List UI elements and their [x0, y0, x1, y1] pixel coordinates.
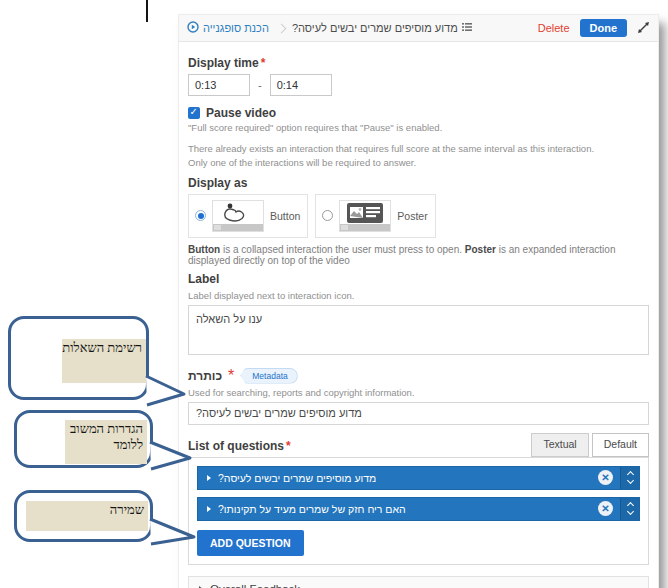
display-time-label: Display time* [188, 56, 649, 70]
callout-feedback-settings: הגדרות המשוב ללומד [14, 410, 153, 468]
question-order-controls[interactable] [620, 467, 639, 489]
poster-option-label: Poster [397, 210, 427, 222]
fullscore-warning: There already exists an interaction that… [188, 142, 649, 170]
header-done-button[interactable]: Done [580, 19, 628, 37]
display-as-description: Button is a collapsed interaction the us… [188, 244, 649, 266]
question-expand-header[interactable]: האם ריח חזק של שמרים מעיד על תקינותו? [198, 498, 598, 520]
label-field-help: Label displayed next to interaction icon… [188, 290, 649, 301]
caret-right-icon [207, 475, 211, 481]
callout-tail [144, 374, 188, 408]
dialog-header: הכנת סופגנייה מדוע מוסיפים שמרים יבשים ל… [179, 15, 658, 42]
radio-poster-unselected[interactable] [322, 210, 333, 221]
required-asterisk: * [261, 56, 266, 70]
display-as-option-poster[interactable]: Poster [315, 194, 435, 238]
display-as-label: Display as [188, 176, 649, 190]
expand-icon[interactable] [637, 21, 650, 36]
display-time-from-input[interactable] [188, 74, 250, 96]
callout-note: הגדרות המשוב ללומד [65, 420, 147, 464]
title-input[interactable] [188, 402, 649, 425]
question-item: מדוע מוסיפים שמרים יבשים לעיסה? ✕ [197, 466, 640, 490]
questions-label: List of questions* [188, 439, 291, 453]
radio-button-selected[interactable] [195, 210, 206, 221]
move-down-icon[interactable] [626, 477, 633, 484]
breadcrumb-separator-icon [276, 23, 286, 33]
question-set-icon [462, 22, 472, 34]
display-as-option-button[interactable]: Button [188, 194, 308, 238]
breadcrumb-root-link[interactable]: הכנת סופגנייה [187, 21, 269, 35]
callout-save: שמירה [14, 490, 153, 542]
interactive-video-icon [187, 21, 199, 35]
dialog-title: מדוע מוסיפים שמרים יבשים לעיסה? [292, 22, 458, 34]
required-asterisk: * [286, 439, 291, 453]
display-time-to-input[interactable] [270, 74, 332, 96]
tab-default[interactable]: Default [592, 433, 649, 457]
poster-option-thumbnail [339, 200, 391, 232]
title-field-label: כותרת [188, 369, 222, 383]
remove-question-icon[interactable]: ✕ [598, 501, 613, 516]
metadata-button[interactable]: Metadata [240, 368, 297, 384]
question-title: מדוע מוסיפים שמרים יבשים לעיסה? [218, 472, 376, 484]
button-option-thumbnail [212, 200, 264, 232]
stray-vertical-line [146, 0, 148, 22]
interaction-editor-dialog: הכנת סופגנייה מדוע מוסיפים שמרים יבשים ל… [178, 14, 659, 588]
section-overall-feedback[interactable]: Overall Feedback [188, 576, 649, 588]
page: { "header": { "breadcrumb_label": "הכנת … [0, 0, 668, 588]
label-input[interactable]: ענו על השאלה [188, 305, 649, 355]
pause-note: "Full score required" option requires th… [188, 122, 649, 133]
required-asterisk: * [228, 367, 234, 385]
question-list: מדוע מוסיפים שמרים יבשים לעיסה? ✕ האם רי… [188, 457, 649, 565]
breadcrumb-root-label: הכנת סופגנייה [203, 22, 269, 34]
callout-tail [148, 517, 198, 547]
pause-video-checkbox[interactable] [188, 107, 200, 119]
move-down-icon[interactable] [626, 508, 633, 515]
pause-video-label: Pause video [206, 106, 276, 120]
thumbnail-video-bar [340, 224, 390, 231]
section-label: Overall Feedback [210, 583, 300, 588]
header-delete-button[interactable]: Delete [538, 22, 570, 34]
caret-right-icon [207, 506, 211, 512]
tab-textual[interactable]: Textual [531, 433, 588, 457]
thumbnail-video-bar [213, 224, 263, 231]
question-order-controls[interactable] [620, 498, 639, 520]
callout-note: שמירה [26, 501, 148, 531]
breadcrumb-current: מדוע מוסיפים שמרים יבשים לעיסה? [292, 22, 472, 34]
time-range-separator: - [258, 79, 262, 91]
question-title: האם ריח חזק של שמרים מעיד על תקינותו? [218, 503, 406, 515]
callout-tail [148, 440, 194, 472]
label-field-label: Label [188, 272, 649, 286]
remove-question-icon[interactable]: ✕ [598, 470, 613, 485]
title-field-help: Used for searching, reports and copyrigh… [188, 387, 649, 398]
callout-note: רשימת השאלות [62, 339, 146, 383]
question-expand-header[interactable]: מדוע מוסיפים שמרים יבשים לעיסה? [198, 467, 598, 489]
button-option-label: Button [270, 210, 300, 222]
add-question-button[interactable]: ADD QUESTION [197, 530, 304, 556]
question-item: האם ריח חזק של שמרים מעיד על תקינותו? ✕ [197, 497, 640, 521]
callout-question-list: רשימת השאלות [8, 316, 149, 400]
